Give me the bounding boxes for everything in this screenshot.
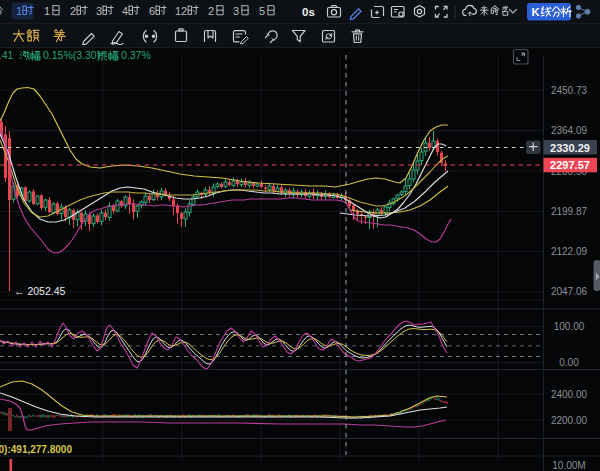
svg-text:0.15%(3.30): 0.15%(3.30) [43,49,100,61]
svg-text:2330.29: 2330.29 [550,142,590,154]
svg-text:3: 3 [96,5,102,17]
svg-text:12: 12 [175,5,187,17]
svg-text:1: 1 [44,5,50,17]
svg-text:0.37%: 0.37% [121,49,151,61]
svg-text:10.00M: 10.00M [552,460,585,471]
svg-text:0.00: 0.00 [559,357,579,368]
svg-text:2199.87: 2199.87 [551,206,588,217]
svg-text:2297.57: 2297.57 [550,159,590,171]
svg-text:100.00: 100.00 [554,321,585,332]
svg-text:K: K [532,6,540,18]
svg-text:2: 2 [208,5,214,17]
svg-text:2450.73: 2450.73 [551,85,588,96]
svg-text:2122.09: 2122.09 [551,246,588,257]
svg-text:2047.06: 2047.06 [551,286,588,297]
svg-text:0s: 0s [302,6,315,18]
svg-text:20):491,277.8000: 20):491,277.8000 [0,444,72,455]
svg-text:2364.09: 2364.09 [551,125,588,136]
svg-text:2: 2 [70,5,76,17]
svg-text:6: 6 [149,5,155,17]
svg-text:← 2052.45: ← 2052.45 [14,285,66,297]
svg-text:2200.00: 2200.00 [551,415,588,426]
svg-text:1: 1 [16,5,22,17]
svg-text:3.41: 3.41 [0,49,14,61]
svg-text:3: 3 [233,5,239,17]
svg-text:2400.00: 2400.00 [551,389,588,400]
svg-text:5: 5 [259,5,265,17]
svg-text:4: 4 [122,5,128,17]
